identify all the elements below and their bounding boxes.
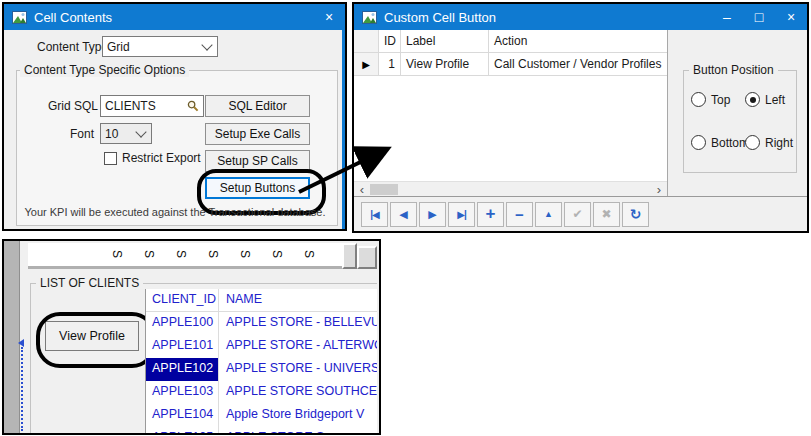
h-scrollbar[interactable]: ‹ ›	[354, 181, 667, 196]
col-header-name[interactable]: NAME	[219, 289, 377, 311]
radio-bottom[interactable]: Bottom	[691, 135, 749, 150]
col-header-id[interactable]: ID	[379, 30, 401, 53]
button-position-title: Button Position	[689, 63, 778, 77]
clients-grid-header: CLIENT_ID NAME	[146, 289, 377, 312]
content-type-select[interactable]: Grid	[102, 36, 218, 57]
rotated-header-glyph: S	[174, 247, 188, 261]
scrollbar-corner-bevel	[342, 243, 357, 269]
cell-client-id[interactable]: APPLE100	[146, 312, 219, 335]
restrict-export-label: Restrict Export	[122, 151, 201, 165]
cell-client-id[interactable]: APPLE104	[146, 404, 219, 427]
cell-id[interactable]: 1	[379, 53, 401, 76]
nav-delete-icon[interactable]: −	[506, 202, 533, 227]
nav-edit-icon[interactable]: ▲	[535, 202, 562, 227]
cell-client-id[interactable]: APPLE101	[146, 335, 219, 358]
nav-next-icon[interactable]: ▶	[419, 202, 446, 227]
font-select[interactable]: 10	[100, 123, 152, 144]
chevron-down-icon	[201, 39, 212, 50]
table-row[interactable]: APPLE101 APPLE STORE - ALTERWO	[146, 335, 377, 358]
nav-refresh-icon[interactable]: ↻	[622, 202, 649, 227]
view-profile-button[interactable]: View Profile	[45, 321, 139, 351]
cell-name[interactable]: APPLE STORE SOUTHCEN	[219, 381, 377, 404]
options-group-title: Content Type Specific Options	[20, 63, 189, 77]
radio-right-label: Right	[765, 136, 793, 150]
radio-top[interactable]: Top	[691, 92, 730, 107]
nav-post-icon[interactable]: ✔	[564, 202, 591, 227]
nav-last-icon[interactable]: ▶|	[448, 202, 475, 227]
grid-sql-label: Grid SQL	[48, 99, 98, 113]
cell-contents-titlebar: Cell Contents ×	[4, 4, 345, 30]
clients-grid: CLIENT_ID NAME APPLE100 APPLE STORE - BE…	[145, 289, 377, 433]
font-label: Font	[70, 127, 94, 141]
table-row-partial[interactable]: APPLE105 APPLE STORE S	[146, 427, 377, 433]
window-edge-strip	[4, 241, 20, 433]
cell-label[interactable]: View Profile	[401, 53, 489, 76]
cell-name[interactable]: APPLE STORE - ALTERWO	[219, 335, 377, 358]
scroll-right-icon[interactable]: ›	[651, 183, 667, 196]
current-row-marker-icon: ▶	[354, 53, 379, 76]
cell-client-id-selected[interactable]: APPLE102	[146, 358, 219, 381]
sql-editor-button[interactable]: SQL Editor	[205, 95, 310, 117]
radio-selected-dot	[750, 97, 756, 103]
radio-circle-icon	[745, 135, 760, 150]
grid-sql-input[interactable]: CLIENTS	[100, 95, 204, 117]
clients-group-title: LIST OF CLIENTS	[36, 276, 143, 290]
col-header-label[interactable]: Label	[401, 30, 489, 53]
button-table-area: ID Label Action ▶ 1 View Profile Call Cu…	[354, 30, 668, 196]
rotated-header-glyph: S	[302, 247, 316, 261]
font-value: 10	[105, 127, 118, 141]
row-selector-header	[354, 30, 379, 53]
restrict-export-checkbox[interactable]	[104, 152, 117, 165]
radio-bottom-label: Bottom	[711, 136, 749, 150]
cell-client-id[interactable]: APPLE103	[146, 381, 219, 404]
radio-top-label: Top	[711, 93, 730, 107]
nav-prior-icon[interactable]: ◀	[390, 202, 417, 227]
mini-scroll-arrow-icon[interactable]	[18, 339, 24, 347]
maximize-icon[interactable]: □	[743, 4, 775, 30]
dialog-title: Cell Contents	[34, 10, 112, 25]
table-row[interactable]: APPLE104 Apple Store Bridgeport V	[146, 404, 377, 427]
kpi-footer-note: Your KPI will be executed against the Tr…	[12, 206, 338, 218]
radio-circle-icon	[745, 92, 760, 107]
radio-right[interactable]: Right	[745, 135, 793, 150]
button-position-groupbox	[683, 70, 797, 173]
cell-name[interactable]: APPLE STORE - BELLEVUE	[219, 312, 377, 335]
col-header-client-id[interactable]: CLIENT_ID	[146, 289, 219, 311]
radio-left[interactable]: Left	[745, 92, 785, 107]
close-icon[interactable]: ×	[313, 4, 345, 30]
annotation-arrow	[293, 140, 399, 202]
radio-circle-icon	[691, 135, 706, 150]
cell-client-id[interactable]: APPLE105	[146, 427, 219, 433]
nav-insert-icon[interactable]: +	[477, 202, 504, 227]
picture-icon	[362, 11, 377, 24]
button-table-row[interactable]: ▶ 1 View Profile Call Customer / Vendor …	[354, 53, 667, 76]
nav-first-icon[interactable]: |◀	[361, 202, 388, 227]
mini-scrollbar[interactable]	[21, 347, 23, 431]
db-navigator: |◀ ◀ ▶ ▶| + − ▲ ✔ ✖ ↻	[354, 196, 807, 231]
close-icon[interactable]: ×	[775, 4, 807, 30]
cell-action[interactable]: Call Customer / Vendor Profiles	[489, 53, 667, 76]
table-row[interactable]: APPLE103 APPLE STORE SOUTHCEN	[146, 381, 377, 404]
custom-cell-button-dialog: Custom Cell Button – □ × ID Label Action…	[352, 2, 809, 233]
nav-cancel-icon[interactable]: ✖	[593, 202, 620, 227]
col-header-action[interactable]: Action	[489, 30, 667, 53]
cell-name[interactable]: APPLE STORE S	[219, 427, 377, 433]
screenshot-canvas: Cell Contents × Content Type Grid Conten…	[0, 0, 811, 436]
rotated-header-strip: S S S S S S S	[28, 243, 342, 269]
radio-left-label: Left	[765, 93, 785, 107]
cell-name[interactable]: APPLE STORE - UNIVERSIT	[219, 358, 377, 381]
grid-sql-value: CLIENTS	[105, 99, 156, 113]
minimize-icon[interactable]: –	[711, 4, 743, 30]
table-row[interactable]: APPLE100 APPLE STORE - BELLEVUE	[146, 312, 377, 335]
custom-cell-button-titlebar: Custom Cell Button – □ ×	[354, 4, 807, 30]
table-row-selected[interactable]: APPLE102 APPLE STORE - UNIVERSIT	[146, 358, 377, 381]
scrollbar-corner-bevel	[357, 246, 377, 269]
cell-name[interactable]: Apple Store Bridgeport V	[219, 404, 377, 427]
rotated-header-glyph: S	[206, 247, 220, 261]
options-groupbox	[16, 70, 338, 226]
dialog-title: Custom Cell Button	[384, 10, 496, 25]
rotated-header-glyph: S	[238, 247, 252, 261]
content-type-value: Grid	[107, 40, 130, 54]
rotated-header-glyph: S	[270, 247, 284, 261]
lookup-magnifier-icon[interactable]	[187, 100, 199, 112]
